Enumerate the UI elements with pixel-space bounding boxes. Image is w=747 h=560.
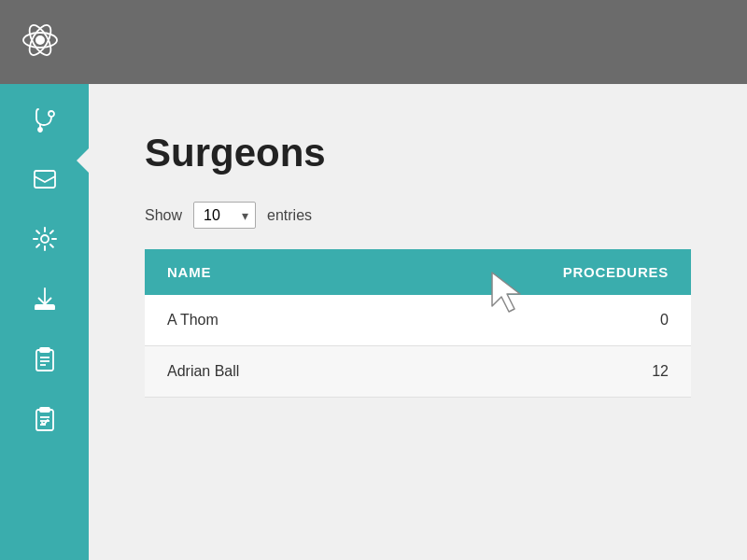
sidebar xyxy=(0,84,89,560)
report-icon[interactable] xyxy=(28,401,62,435)
show-entries-row: Show 10 25 50 100 entries xyxy=(145,202,691,229)
main-content: Surgeons Show 10 25 50 100 entries xyxy=(89,84,747,426)
show-label: Show xyxy=(145,207,182,224)
layout: Surgeons Show 10 25 50 100 entries xyxy=(0,84,747,560)
surgeon-name: Adrian Ball xyxy=(145,346,384,398)
svg-point-6 xyxy=(38,128,42,132)
sidebar-arrow xyxy=(77,147,90,174)
table-header: NAME PROCEDURES xyxy=(145,249,691,295)
table-body: A Thom 0 Adrian Ball 12 xyxy=(145,295,691,398)
entries-select-wrapper[interactable]: 10 25 50 100 xyxy=(193,202,256,229)
svg-point-4 xyxy=(49,111,54,117)
surgeon-procedures: 0 xyxy=(384,295,691,346)
clipboard-icon[interactable] xyxy=(28,342,62,375)
download-icon[interactable] xyxy=(28,282,62,315)
content-area: Surgeons Show 10 25 50 100 entries xyxy=(89,84,747,560)
app-logo[interactable] xyxy=(17,17,63,67)
entries-select[interactable]: 10 25 50 100 xyxy=(193,202,256,229)
header-row: NAME PROCEDURES xyxy=(145,249,691,295)
svg-rect-10 xyxy=(36,350,53,371)
svg-point-8 xyxy=(41,235,49,243)
svg-rect-7 xyxy=(35,171,55,188)
page-title: Surgeons xyxy=(145,131,691,175)
table-row: Adrian Ball 12 xyxy=(145,346,691,398)
surgeons-table: NAME PROCEDURES A Thom 0 Adrian Ball 12 xyxy=(145,249,691,398)
stethoscope-icon[interactable] xyxy=(28,103,62,136)
settings-icon[interactable] xyxy=(28,222,62,256)
surgeon-procedures: 12 xyxy=(384,346,691,398)
name-column-header: NAME xyxy=(145,249,384,295)
entries-label: entries xyxy=(267,207,312,224)
surgeon-name: A Thom xyxy=(145,295,384,346)
top-bar xyxy=(0,0,747,84)
table-row: A Thom 0 xyxy=(145,295,691,346)
inbox-icon[interactable] xyxy=(28,162,62,196)
svg-point-0 xyxy=(36,36,44,44)
procedures-column-header: PROCEDURES xyxy=(384,249,691,295)
svg-rect-15 xyxy=(36,410,53,430)
